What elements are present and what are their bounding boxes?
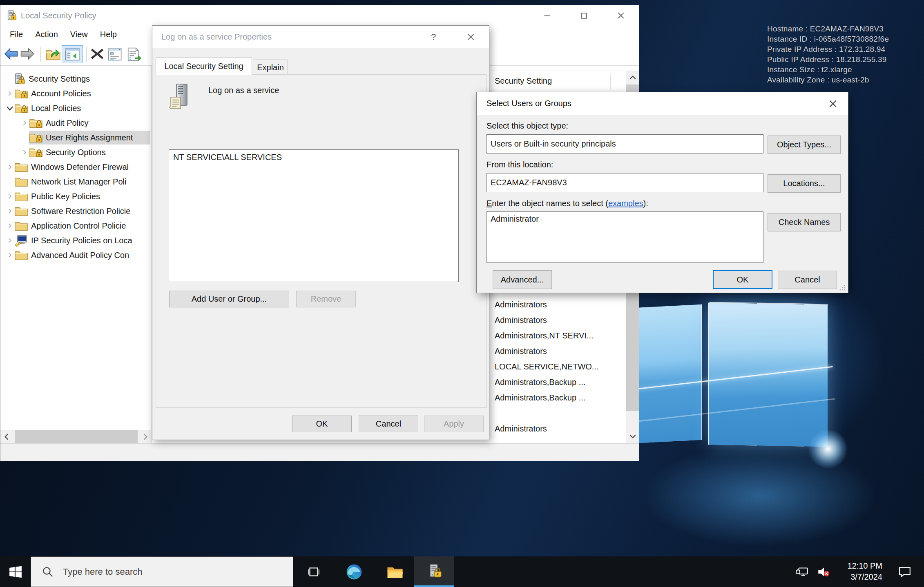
forward-icon[interactable] [20, 47, 35, 62]
back-icon[interactable] [4, 47, 18, 62]
expander-collapsed-icon[interactable] [5, 164, 14, 170]
wallpaper-floor-glow [605, 429, 915, 563]
tree-item-public-key-policies[interactable]: Public Key Policies [0, 189, 151, 204]
object-types-button[interactable]: Object Types... [768, 136, 841, 154]
start-button[interactable] [0, 556, 31, 587]
scroll-up-icon[interactable] [626, 71, 639, 84]
tab-local-security-setting[interactable]: Local Security Setting [156, 58, 252, 75]
apply-button[interactable]: Apply [424, 416, 484, 432]
sysinfo-line: Instance Size : t2.xlarge [767, 64, 889, 75]
tab-explain[interactable]: Explain [253, 60, 288, 75]
examples-link[interactable]: examples [608, 199, 643, 208]
expander-placeholder [5, 179, 14, 185]
cancel-button[interactable]: Cancel [359, 416, 418, 432]
tree-item-network-list-manager-poli[interactable]: Network List Manager Poli [0, 174, 151, 189]
expander-collapsed-icon[interactable] [5, 238, 14, 243]
expander-collapsed-icon[interactable] [5, 252, 14, 258]
scroll-right-icon[interactable] [139, 430, 152, 443]
object-names-input[interactable]: Administrator [487, 211, 763, 263]
expander-collapsed-icon[interactable] [20, 120, 29, 126]
file-explorer-icon[interactable] [381, 556, 409, 587]
expander-collapsed-icon[interactable] [5, 208, 14, 214]
member-item[interactable]: NT SERVICE\ALL SERVICES [169, 150, 458, 162]
column-divider[interactable] [610, 73, 611, 89]
taskbar-clock[interactable]: 12:10 PM 3/7/2024 [837, 560, 882, 583]
help-button[interactable]: ? [424, 26, 442, 48]
advanced-button[interactable]: Advanced... [493, 270, 552, 289]
export-list-icon[interactable] [126, 47, 142, 63]
close-icon[interactable] [823, 92, 843, 115]
taskbar-local-security-policy[interactable] [414, 556, 454, 587]
resize-grip[interactable] [839, 284, 846, 291]
window-titlebar[interactable]: Local Security Policy [0, 5, 639, 26]
scroll-left-icon[interactable] [0, 430, 13, 443]
tree-item-advanced-audit-policy-con[interactable]: Advanced Audit Policy Con [0, 248, 151, 262]
taskbar: Type here to search [0, 556, 924, 587]
tree-item-windows-defender-firewal[interactable]: Windows Defender Firewal [0, 160, 151, 174]
tree-item-local-policies[interactable]: Local Policies [0, 101, 151, 116]
scroll-down-icon[interactable] [626, 429, 639, 443]
location-field[interactable]: EC2AMAZ-FAN98V3 [487, 173, 763, 192]
export-folder-icon[interactable] [45, 47, 61, 63]
minimize-button[interactable] [536, 5, 558, 26]
toolbar-separator [146, 47, 146, 62]
scrollbar-thumb[interactable] [15, 430, 138, 443]
check-names-button[interactable]: Check Names [768, 213, 841, 231]
expander-collapsed-icon[interactable] [5, 193, 14, 199]
windows-logo-left-pane [630, 304, 702, 443]
members-listbox[interactable]: NT SERVICE\ALL SERVICES [169, 149, 459, 282]
action-center-icon[interactable] [893, 556, 917, 587]
menu-file[interactable]: File [4, 26, 29, 43]
expander-collapsed-icon[interactable] [20, 149, 29, 155]
tree-item-audit-policy[interactable]: Audit Policy [0, 116, 151, 130]
select-users-or-groups-dialog: Select Users or Groups Select this objec… [476, 92, 848, 293]
tree-item-label: Security Settings [29, 74, 90, 84]
object-names-value: Administrator [491, 214, 539, 223]
window-title: Local Security Policy [21, 5, 96, 26]
ok-button[interactable]: OK [292, 416, 352, 432]
cancel-button[interactable]: Cancel [778, 271, 837, 289]
policy-server-icon [167, 83, 194, 110]
expander-collapsed-icon[interactable] [5, 223, 14, 229]
network-tray-icon[interactable] [792, 556, 813, 587]
ok-button[interactable]: OK [713, 270, 772, 289]
close-icon[interactable] [462, 26, 480, 48]
tree-item-software-restriction-policie[interactable]: Software Restriction Policie [0, 204, 151, 218]
object-type-field[interactable]: Users or Built-in security principals [487, 134, 763, 153]
maximize-button[interactable] [572, 5, 595, 26]
tree-item-ip-security-policies-on-loca[interactable]: IP Security Policies on Loca [0, 233, 151, 248]
tree-item-application-control-policie[interactable]: Application Control Policie [0, 218, 151, 233]
properties-icon[interactable] [107, 47, 122, 63]
menu-action[interactable]: Action [29, 26, 64, 43]
tree-item-label: Public Key Policies [31, 192, 100, 201]
menu-help[interactable]: Help [94, 26, 123, 43]
add-user-or-group-button[interactable]: Add User or Group... [169, 291, 289, 307]
security-setting-value: Administrators [495, 343, 547, 359]
edge-browser-icon[interactable] [340, 556, 368, 587]
close-button[interactable] [609, 5, 632, 26]
tree-item-label: Account Policies [31, 89, 91, 98]
tree-item-security-options[interactable]: Security Options [0, 145, 151, 160]
folder-lock-icon [14, 102, 28, 114]
task-view-button[interactable] [301, 556, 327, 587]
volume-muted-icon[interactable] [813, 556, 834, 587]
remove-button[interactable]: Remove [296, 291, 356, 307]
security-setting-value: Administrators,Backup ... [495, 374, 585, 390]
tree-horizontal-scrollbar[interactable] [0, 430, 152, 443]
tree-item-user-rights-assignment[interactable]: User Rights Assignment [0, 130, 151, 145]
locations-button[interactable]: Locations... [768, 174, 841, 193]
dialog-titlebar[interactable]: Log on as a service Properties ? [152, 26, 489, 48]
show-console-tree-toggle[interactable] [62, 45, 83, 63]
wallpaper-star-glow [801, 422, 855, 476]
dialog-titlebar[interactable]: Select Users or Groups [477, 92, 848, 115]
delete-icon[interactable] [90, 47, 104, 62]
menu-view[interactable]: View [64, 26, 94, 43]
expander-expanded-icon[interactable] [5, 105, 14, 111]
expander-collapsed-icon[interactable] [5, 91, 14, 96]
tree-item-security-settings[interactable]: Security Settings [0, 71, 151, 86]
taskbar-search-input[interactable]: Type here to search [31, 556, 293, 587]
expander-placeholder [3, 76, 12, 82]
tree-item-account-policies[interactable]: Account Policies [0, 86, 151, 101]
object-names-label: Enter the object names to select (exampl… [487, 199, 648, 208]
security-setting-column-header[interactable]: Security Setting [495, 71, 552, 91]
